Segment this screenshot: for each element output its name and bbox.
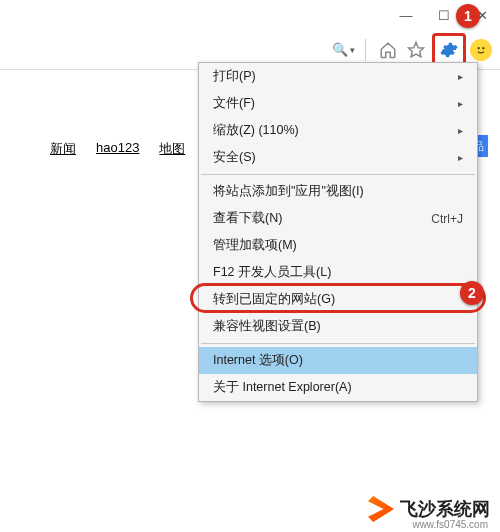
menu-label: 安全(S) bbox=[213, 149, 256, 166]
menu-compat-view[interactable]: 兼容性视图设置(B) bbox=[199, 313, 477, 340]
link-news[interactable]: 新闻 bbox=[50, 140, 76, 158]
settings-icon[interactable] bbox=[437, 38, 461, 62]
menu-separator bbox=[201, 343, 475, 344]
search-dropdown-icon[interactable]: ▾ bbox=[350, 45, 355, 55]
menu-label: 文件(F) bbox=[213, 95, 255, 112]
menu-label: 将站点添加到"应用"视图(I) bbox=[213, 183, 364, 200]
link-hao123[interactable]: hao123 bbox=[96, 140, 139, 158]
menu-label: F12 开发人员工具(L) bbox=[213, 264, 331, 281]
menu-print[interactable]: 打印(P) bbox=[199, 63, 477, 90]
toolbar-divider bbox=[365, 39, 366, 61]
search-icon: 🔍 bbox=[332, 42, 348, 57]
minimize-button[interactable]: — bbox=[396, 5, 416, 25]
menu-manage-addons[interactable]: 管理加载项(M) bbox=[199, 232, 477, 259]
search-box[interactable]: 🔍 ▾ bbox=[332, 42, 355, 57]
svg-marker-0 bbox=[409, 42, 424, 56]
menu-label: 管理加载项(M) bbox=[213, 237, 297, 254]
callout-badge-2: 2 bbox=[460, 281, 484, 305]
watermark-logo-icon bbox=[368, 496, 394, 522]
menu-shortcut: Ctrl+J bbox=[431, 212, 463, 226]
menu-pinned-sites[interactable]: 转到已固定的网站(G) bbox=[199, 286, 477, 313]
page-nav-links: 新闻 hao123 地图 bbox=[50, 140, 185, 158]
window-titlebar: — ☐ ✕ bbox=[0, 0, 500, 30]
link-map[interactable]: 地图 bbox=[159, 140, 185, 158]
menu-label: 打印(P) bbox=[213, 68, 256, 85]
menu-file[interactable]: 文件(F) bbox=[199, 90, 477, 117]
watermark-brand: 飞沙系统网 bbox=[400, 497, 490, 521]
menu-about-ie[interactable]: 关于 Internet Explorer(A) bbox=[199, 374, 477, 401]
callout-badge-1: 1 bbox=[456, 4, 480, 28]
menu-label: 转到已固定的网站(G) bbox=[213, 291, 335, 308]
svg-point-2 bbox=[483, 47, 484, 48]
menu-label: 关于 Internet Explorer(A) bbox=[213, 379, 352, 396]
watermark-url: www.fs0745.com bbox=[412, 519, 488, 530]
favorites-icon[interactable] bbox=[404, 38, 428, 62]
menu-view-downloads[interactable]: 查看下载(N)Ctrl+J bbox=[199, 205, 477, 232]
menu-separator bbox=[201, 174, 475, 175]
menu-label: 查看下载(N) bbox=[213, 210, 282, 227]
menu-internet-options[interactable]: Internet 选项(O) bbox=[199, 347, 477, 374]
menu-label: Internet 选项(O) bbox=[213, 352, 303, 369]
svg-point-1 bbox=[478, 47, 479, 48]
home-icon[interactable] bbox=[376, 38, 400, 62]
menu-add-site[interactable]: 将站点添加到"应用"视图(I) bbox=[199, 178, 477, 205]
maximize-button[interactable]: ☐ bbox=[434, 5, 454, 25]
menu-f12-tools[interactable]: F12 开发人员工具(L) bbox=[199, 259, 477, 286]
menu-zoom[interactable]: 缩放(Z) (110%) bbox=[199, 117, 477, 144]
menu-label: 兼容性视图设置(B) bbox=[213, 318, 321, 335]
settings-menu: 打印(P) 文件(F) 缩放(Z) (110%) 安全(S) 将站点添加到"应用… bbox=[198, 62, 478, 402]
menu-label: 缩放(Z) (110%) bbox=[213, 122, 299, 139]
menu-safety[interactable]: 安全(S) bbox=[199, 144, 477, 171]
feedback-icon[interactable] bbox=[470, 39, 492, 61]
